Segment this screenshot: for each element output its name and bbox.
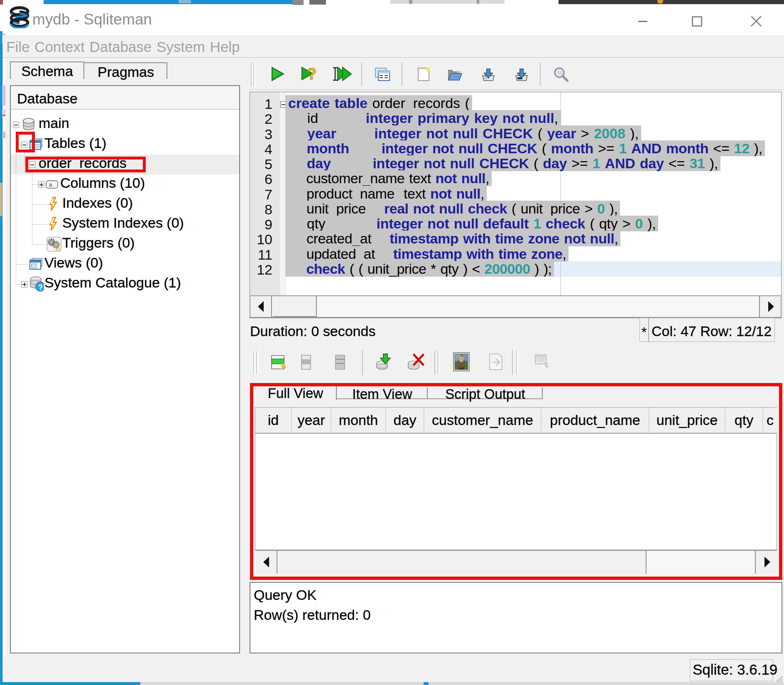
- svg-text:?: ?: [38, 283, 43, 292]
- svg-text:a: a: [49, 182, 52, 188]
- svg-text:?: ?: [307, 66, 316, 82]
